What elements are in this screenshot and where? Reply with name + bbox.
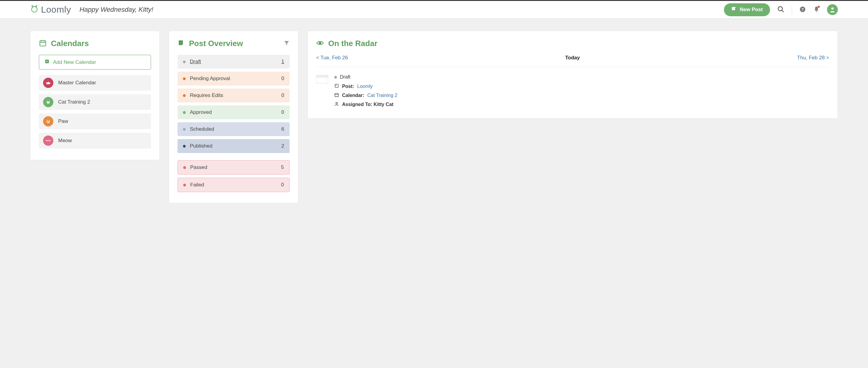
radar-date-nav: < Tue, Feb 26 Today Thu, Feb 28 > xyxy=(316,55,829,67)
radar-today: Today xyxy=(565,55,580,61)
search-icon xyxy=(777,6,784,14)
filter-button[interactable] xyxy=(284,40,290,47)
svg-point-7 xyxy=(831,7,833,10)
topbar-actions: New Post ? xyxy=(724,3,838,16)
greeting-text: Happy Wednesday, Kitty! xyxy=(80,6,153,13)
calendar-item[interactable]: Cat Training 2 xyxy=(39,94,151,110)
status-row[interactable]: Draft 1 xyxy=(178,55,290,69)
help-icon: ? xyxy=(799,6,806,13)
status-dot xyxy=(183,166,186,169)
status-dot xyxy=(183,111,186,114)
post-thumbnail xyxy=(316,75,328,83)
calendar-item-name: Master Calendar xyxy=(58,80,96,86)
brand-name: Loomly xyxy=(41,4,71,15)
status-dot xyxy=(183,94,186,97)
status-row[interactable]: Approved 0 xyxy=(178,105,290,119)
avatar-icon xyxy=(827,4,838,15)
svg-rect-24 xyxy=(335,93,338,97)
status-count: 0 xyxy=(281,93,284,98)
user-icon xyxy=(334,101,339,107)
notification-dot xyxy=(818,6,820,8)
cat-logo-icon xyxy=(30,5,38,14)
status-row[interactable]: Passed 5 xyxy=(178,160,290,175)
post-link[interactable]: Loomly xyxy=(357,84,373,89)
svg-point-6 xyxy=(816,10,817,12)
calendars-title: Calendars xyxy=(51,39,89,48)
calendar-badge-icon xyxy=(43,116,53,127)
calendar-item[interactable]: Paw xyxy=(39,113,151,129)
status-dot xyxy=(183,184,186,187)
calendar-link[interactable]: Cat Training 2 xyxy=(367,93,398,98)
overview-title: Post Overview xyxy=(189,39,243,48)
assigned-label: Assigned To: Kitty Cat xyxy=(342,102,393,107)
svg-point-2 xyxy=(778,7,782,11)
radar-status-label: Draft xyxy=(340,74,350,80)
status-row[interactable]: Requires Edits 0 xyxy=(178,89,290,102)
add-calendar-button[interactable]: Add New Calendar xyxy=(39,55,151,70)
status-label: Requires Edits xyxy=(190,93,223,98)
status-label: Passed xyxy=(190,164,207,170)
status-row[interactable]: Published 2 xyxy=(178,139,290,153)
calendar-badge-icon: MEOW xyxy=(43,135,53,146)
svg-rect-22 xyxy=(335,84,338,88)
calendar-label: Calendar: xyxy=(342,93,364,98)
svg-point-15 xyxy=(47,120,48,121)
status-label: Pending Approval xyxy=(190,76,230,81)
svg-point-21 xyxy=(319,42,321,44)
status-label: Scheduled xyxy=(190,126,214,132)
status-row[interactable]: Failed 0 xyxy=(178,178,290,192)
status-dot xyxy=(183,145,186,147)
status-count: 6 xyxy=(281,126,284,132)
profile-button[interactable] xyxy=(827,4,838,15)
status-row[interactable]: Pending Approval 0 xyxy=(178,72,290,86)
post-overview-card: Post Overview Draft 1 Pending Approval 0… xyxy=(169,31,299,203)
radar-entry[interactable]: Draft Post: Loomly Calendar: Cat Trainin… xyxy=(316,74,829,110)
svg-text:?: ? xyxy=(801,7,804,11)
svg-line-3 xyxy=(782,10,784,12)
calendar-icon xyxy=(39,39,47,48)
divider xyxy=(792,5,792,14)
svg-point-23 xyxy=(336,85,336,85)
status-count: 5 xyxy=(281,164,284,170)
new-post-label: New Post xyxy=(740,7,763,13)
calendar-item[interactable]: Master Calendar xyxy=(39,75,151,91)
svg-point-17 xyxy=(46,121,47,122)
svg-point-16 xyxy=(49,120,50,121)
status-dot xyxy=(334,76,337,78)
status-count: 0 xyxy=(281,182,284,188)
calendar-badge-icon xyxy=(43,97,53,107)
topbar: Loomly Happy Wednesday, Kitty! New Post … xyxy=(0,0,868,19)
post-icon xyxy=(334,83,339,90)
status-label: Approved xyxy=(190,109,212,115)
calendar-item-name: Paw xyxy=(58,119,68,124)
radar-title: On the Radar xyxy=(328,39,377,48)
notifications-button[interactable] xyxy=(813,6,820,13)
add-calendar-label: Add New Calendar xyxy=(53,59,96,65)
help-button[interactable]: ? xyxy=(799,6,806,13)
status-row[interactable]: Scheduled 6 xyxy=(178,122,290,136)
brand-logo[interactable]: Loomly xyxy=(30,4,71,15)
calendar-small-icon xyxy=(334,93,339,98)
radar-prev[interactable]: < Tue, Feb 26 xyxy=(316,55,348,61)
note-icon xyxy=(178,39,185,48)
status-label: Published xyxy=(190,143,213,149)
svg-point-19 xyxy=(47,122,49,123)
calendar-badge-icon xyxy=(43,78,53,88)
radar-card: On the Radar < Tue, Feb 26 Today Thu, Fe… xyxy=(307,31,838,119)
status-count: 0 xyxy=(281,76,284,81)
plus-icon xyxy=(44,59,50,65)
eye-icon xyxy=(316,39,324,48)
post-label: Post: xyxy=(342,84,354,89)
svg-point-26 xyxy=(336,102,337,104)
svg-point-18 xyxy=(49,121,50,122)
dashboard: Calendars Add New Calendar Master Calend… xyxy=(0,19,868,215)
calendar-item-name: Cat Training 2 xyxy=(58,99,90,105)
status-label: Failed xyxy=(190,182,204,188)
calendar-item[interactable]: MEOW Meow xyxy=(39,133,151,148)
search-button[interactable] xyxy=(777,6,784,14)
status-count: 1 xyxy=(281,59,284,65)
radar-next[interactable]: Thu, Feb 28 > xyxy=(797,55,829,61)
calendar-item-name: Meow xyxy=(58,138,72,144)
status-dot xyxy=(183,61,186,63)
new-post-button[interactable]: New Post xyxy=(724,3,770,16)
